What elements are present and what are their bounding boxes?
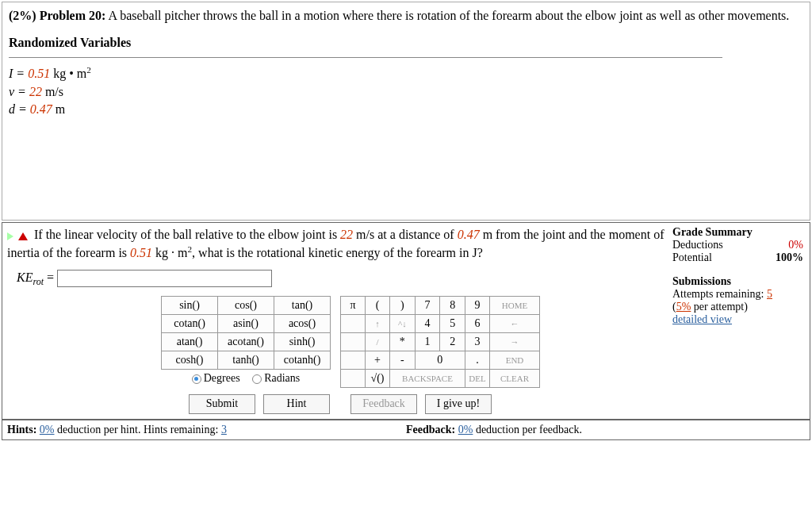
key-2[interactable]: 2	[440, 332, 465, 351]
key-6[interactable]: 6	[465, 314, 490, 332]
problem-number: Problem 20:	[40, 9, 106, 22]
key-asin[interactable]: asin()	[218, 314, 274, 332]
key-clear[interactable]: CLEAR	[490, 369, 540, 387]
key-home[interactable]: HOME	[490, 296, 540, 314]
submit-button[interactable]: Submit	[189, 394, 255, 414]
key-4[interactable]: 4	[415, 314, 440, 332]
potential-label: Potential	[672, 251, 712, 264]
key-end[interactable]: END	[490, 351, 540, 369]
key-down[interactable]: ^↓	[390, 314, 416, 332]
key-sqrt[interactable]: √()	[366, 369, 390, 387]
var-d: d = 0.47 m	[9, 101, 803, 118]
hints-remaining: 3	[221, 424, 227, 436]
attempts-row: Attempts remaining: 5	[672, 288, 803, 301]
answer-var-label: KE	[17, 271, 33, 284]
attempts-remaining: 5	[767, 288, 772, 300]
feedback-button[interactable]: Feedback	[350, 394, 417, 414]
deductions-val: 0%	[788, 239, 803, 251]
key-left[interactable]: ←	[490, 314, 540, 332]
key-rparen[interactable]: )	[390, 296, 416, 314]
key-sinh[interactable]: sinh()	[274, 332, 331, 351]
key-0[interactable]: 0	[415, 351, 465, 369]
key-cosh[interactable]: cosh()	[162, 351, 218, 369]
hint-button[interactable]: Hint	[263, 394, 330, 414]
subpart-box: If the linear velocity of the ball relat…	[2, 222, 810, 440]
giveup-button[interactable]: I give up!	[425, 394, 492, 414]
variables-block: I = 0.51 kg • m2 v = 22 m/s d = 0.47 m	[9, 64, 803, 119]
submissions-title: Submissions	[672, 275, 803, 288]
key-tanh[interactable]: tanh()	[218, 351, 274, 369]
play-icon	[7, 232, 13, 240]
grade-title: Grade Summary	[672, 226, 803, 239]
key-blank4	[341, 369, 366, 387]
action-row: Submit Hint Feedback I give up!	[2, 389, 669, 419]
key-cos[interactable]: cos()	[218, 296, 274, 314]
problem-header: (2%) Problem 20: A baseball pitcher thro…	[2, 2, 810, 220]
key-backspace[interactable]: BACKSPACE	[390, 369, 465, 387]
key-cotan[interactable]: cotan()	[162, 314, 218, 332]
key-tan[interactable]: tan()	[274, 296, 331, 314]
keypad-area: sin() cos() tan() cotan() asin() acos() …	[2, 293, 669, 389]
key-right[interactable]: →	[490, 332, 540, 351]
numeric-keypad: π ( ) 7 8 9 HOME ↑ ^↓ 4 5 6	[340, 296, 540, 388]
key-lparen[interactable]: (	[366, 296, 390, 314]
subpart-question: If the linear velocity of the ball relat…	[2, 223, 669, 263]
key-7[interactable]: 7	[415, 296, 440, 314]
key-sin[interactable]: sin()	[162, 296, 218, 314]
problem-container: (2%) Problem 20: A baseball pitcher thro…	[2, 2, 810, 221]
key-blank1	[341, 314, 366, 332]
problem-pct: (2%)	[9, 9, 36, 22]
key-blank2	[341, 332, 366, 351]
var-I: I = 0.51 kg • m2	[9, 64, 803, 83]
key-5[interactable]: 5	[440, 314, 465, 332]
problem-text: A baseball pitcher throws the ball in a …	[108, 9, 789, 22]
answer-input[interactable]	[57, 270, 272, 287]
per-attempt-row: (5% per attempt)	[672, 301, 803, 313]
answer-var-sub: rot	[33, 276, 44, 287]
key-8[interactable]: 8	[440, 296, 465, 314]
warning-icon	[18, 232, 28, 240]
key-cotanh[interactable]: cotanh()	[274, 351, 331, 369]
key-up[interactable]: ↑	[366, 314, 390, 332]
key-del[interactable]: DEL	[465, 369, 490, 387]
potential-val: 100%	[776, 251, 803, 264]
deductions-label: Deductions	[672, 239, 723, 251]
randomized-variables-header: Randomized Variables	[9, 34, 722, 57]
grade-summary: Grade Summary Deductions 0% Potential 10…	[669, 223, 810, 329]
hints-footer: Hints: 0% deduction per hint. Hints rema…	[7, 424, 406, 436]
radio-degrees[interactable]: Degrees	[192, 372, 240, 384]
answer-row: KErot =	[2, 263, 669, 293]
angle-mode: Degrees Radians	[162, 369, 331, 387]
key-3[interactable]: 3	[465, 332, 490, 351]
key-blank3	[341, 351, 366, 369]
key-pi[interactable]: π	[341, 296, 366, 314]
key-minus[interactable]: -	[390, 351, 416, 369]
key-acos[interactable]: acos()	[274, 314, 331, 332]
key-atan[interactable]: atan()	[162, 332, 218, 351]
detailed-view-link[interactable]: detailed view	[672, 313, 732, 325]
key-dot[interactable]: .	[465, 351, 490, 369]
key-acotan[interactable]: acotan()	[218, 332, 274, 351]
function-keypad: sin() cos() tan() cotan() asin() acos() …	[161, 296, 331, 387]
key-slash[interactable]: /	[366, 332, 390, 351]
key-plus[interactable]: +	[366, 351, 390, 369]
var-v: v = 22 m/s	[9, 83, 803, 101]
key-asterisk[interactable]: *	[390, 332, 416, 351]
feedback-footer: Feedback: 0% deduction per feedback.	[406, 424, 805, 436]
footer: Hints: 0% deduction per hint. Hints rema…	[2, 419, 810, 439]
key-1[interactable]: 1	[415, 332, 440, 351]
radio-radians[interactable]: Radians	[252, 372, 300, 384]
key-9[interactable]: 9	[465, 296, 490, 314]
